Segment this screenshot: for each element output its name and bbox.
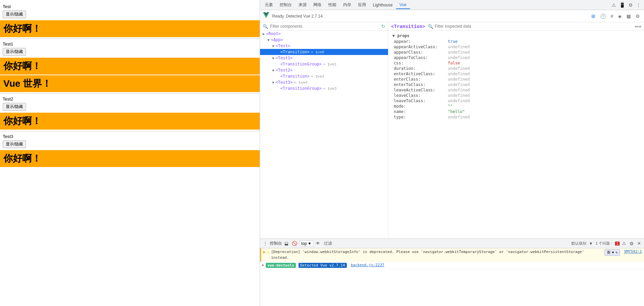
warning-triangle-icon: ▶ — [263, 249, 266, 254]
console-menu-icon[interactable]: ⋮ — [262, 241, 268, 246]
section-test: Test 显示/隐藏 你好啊！ — [0, 3, 260, 37]
section-test3-label: Test3 — [0, 133, 260, 140]
divider-2 — [0, 93, 260, 94]
section-test3: Test3 显示/隐藏 你好啊！ — [0, 133, 260, 167]
console-warning-icon[interactable]: ⚠ — [621, 241, 627, 246]
orange-bar-test2-0: 你好啊！ — [0, 113, 260, 130]
prop-val-atc: undefined — [448, 55, 470, 60]
console-row-vuedevtools: ▶ vue-devtools Detected Vue v2.7.14 back… — [260, 262, 644, 269]
prop-key-type: type: — [394, 115, 448, 119]
prop-key-lac: leaveActiveClass: — [394, 88, 448, 92]
tree-item-app[interactable]: ▼ <App> — [260, 37, 388, 43]
tree-component-root: <Root> — [266, 31, 281, 36]
grid-icon[interactable]: # — [609, 13, 615, 20]
console-issue-count: 1 个问题： — [596, 241, 614, 246]
right-panel: 元素 控制台 来源 网络 性能 内存 应用 Lighthouse Vue ⚠ 📱… — [260, 0, 644, 306]
tree-item-transition[interactable]: <Transition> = $vm0 — [260, 49, 388, 55]
tree-component-transition: <Transition> — [280, 50, 310, 54]
console-default-level[interactable]: 默认级别 — [571, 241, 586, 246]
tree-vmref-tg1: = $vm1 — [323, 62, 337, 66]
console-block-icon[interactable]: 🚫 — [291, 241, 298, 246]
console-detected-source[interactable]: backend.js:2237 — [351, 263, 384, 267]
divider-3 — [0, 131, 260, 131]
console-settings-icon[interactable]: ⚙ — [628, 241, 635, 247]
tree-item-test1[interactable]: ▼ <Test1> — [260, 55, 388, 61]
tree-item-test2[interactable]: ▼ <Test2> — [260, 67, 388, 73]
translation-icon2: ✎ — [615, 250, 618, 255]
tree-item-root[interactable]: ▶ <Root> — [260, 31, 388, 37]
settings-icon[interactable]: ⚙ — [627, 2, 635, 8]
prop-val-lac: undefined — [448, 88, 470, 92]
translation-text: 英 — [607, 250, 611, 255]
settings-icon-vue[interactable]: ⚙ — [634, 13, 641, 20]
tab-console[interactable]: 控制台 — [276, 1, 295, 9]
console-expand-arrow[interactable]: ▶ — [262, 263, 264, 267]
prop-duration: duration: undefined — [388, 66, 644, 71]
section-test1-label: Test1 — [0, 40, 260, 47]
tab-network[interactable]: 网络 — [310, 1, 325, 9]
more-icon[interactable]: ⋮ — [635, 2, 643, 8]
prop-key-css: css: — [394, 61, 448, 65]
props-search-input[interactable] — [435, 24, 632, 29]
props-search: 🔍 — [428, 24, 632, 29]
prop-key-appear: appear: — [394, 39, 448, 44]
prop-enterClass: enterClass: undefined — [388, 77, 644, 82]
tree-component-test3: <Test3> — [276, 80, 293, 85]
tab-vue[interactable]: Vue — [396, 1, 410, 9]
tree-search-input[interactable] — [270, 24, 379, 29]
console-filter-btn[interactable]: 过滤 — [323, 240, 333, 247]
tab-application[interactable]: 应用 — [355, 1, 369, 9]
left-panel: Test 显示/隐藏 你好啊！ Test1 显示/隐藏 你好啊！ Vue 世界！… — [0, 0, 260, 306]
console-panel: ⋮ 控制台 ⬓ 🚫 top ▼ 👁 过滤 默认级别 ▼ 1 个问题： 1 ⚠ ⚙… — [260, 239, 644, 306]
tree-item-test[interactable]: ▼ <Test> — [260, 43, 388, 49]
console-warning-text: [Deprecation] 'window.webkitStorageInfo'… — [271, 249, 603, 260]
top-selector[interactable]: top ▼ — [300, 241, 313, 247]
prop-appear: appear: true — [388, 39, 644, 44]
tab-lighthouse[interactable]: Lighthouse — [369, 1, 396, 9]
section-test-label: Test — [0, 3, 260, 10]
orange-bar-test1-1: Vue 世界！ — [0, 75, 260, 92]
prop-key-ac: appearClass: — [394, 50, 448, 55]
tree-component-test1: <Test1> — [276, 56, 293, 60]
device-icon[interactable]: 📱 — [618, 2, 627, 8]
tab-sources[interactable]: 来源 — [295, 1, 310, 9]
props-section-title: ▼ props — [388, 33, 644, 39]
store-icon[interactable]: ▦ — [625, 13, 632, 20]
section-test1: Test1 显示/隐藏 你好啊！ Vue 世界！ — [0, 40, 260, 92]
prop-key-ec: enterClass: — [394, 77, 448, 82]
vue-toolbar-icons: ⊞ 🕐 # ◈ ▦ ⚙ — [590, 13, 641, 20]
show-hide-btn-test[interactable]: 显示/隐藏 — [3, 10, 26, 18]
console-eye-icon[interactable]: 👁 — [315, 241, 321, 246]
show-hide-btn-test2[interactable]: 显示/隐藏 — [3, 103, 26, 111]
tree-item-test3[interactable]: ▼ <Test3> = $vm4 — [260, 79, 388, 85]
show-hide-btn-test1[interactable]: 显示/隐藏 — [3, 48, 26, 56]
timeline-icon[interactable]: 🕐 — [599, 13, 607, 20]
tree-item-transition2[interactable]: <Transition> = $vm2 — [260, 73, 388, 79]
tree-component-test2: <Test2> — [276, 68, 293, 73]
tree-item-transitiongroup1[interactable]: <TransitionGroup> = $vm1 — [260, 61, 388, 67]
prop-key-dur: duration: — [394, 66, 448, 71]
props-component-name: <Transition> — [391, 24, 425, 29]
tree-item-tg3[interactable]: <TransitionGroup> = $vm3 — [260, 85, 388, 91]
prop-val-type: undefined — [448, 115, 470, 119]
orange-bar-test-0: 你好啊！ — [0, 20, 260, 37]
tree-search-bar: 🔍 ↻ — [260, 22, 388, 31]
tab-elements[interactable]: 元素 — [261, 1, 276, 9]
console-warning-source[interactable]: VM7592:1 — [624, 249, 642, 254]
component-tree-icon[interactable]: ⊞ — [590, 13, 597, 20]
show-hide-btn-test3[interactable]: 显示/隐藏 — [3, 140, 26, 148]
routing-icon[interactable]: ◈ — [617, 13, 623, 20]
tab-performance[interactable]: 性能 — [325, 1, 340, 9]
tree-vmref-test3: = $vm4 — [294, 80, 308, 85]
tree-arrow-test3: ▼ — [271, 81, 276, 84]
console-close-icon[interactable]: ✕ — [636, 241, 642, 246]
props-panel: <Transition> 🔍 ⟺ ▼ props appear: true ap… — [388, 22, 644, 239]
refresh-icon[interactable]: ↻ — [381, 24, 385, 29]
console-dock-icon[interactable]: ⬓ — [283, 241, 289, 246]
tab-memory[interactable]: 内存 — [340, 1, 355, 9]
props-expand-icon[interactable]: ⟺ — [635, 24, 641, 29]
tree-component-tg3: <TransitionGroup> — [280, 86, 322, 91]
warning-icon[interactable]: ⚠ — [610, 2, 618, 8]
prop-leaveActiveClass: leaveActiveClass: undefined — [388, 87, 644, 93]
console-content: ▶ ⚠ [Deprecation] 'window.webkitStorageI… — [260, 248, 644, 306]
